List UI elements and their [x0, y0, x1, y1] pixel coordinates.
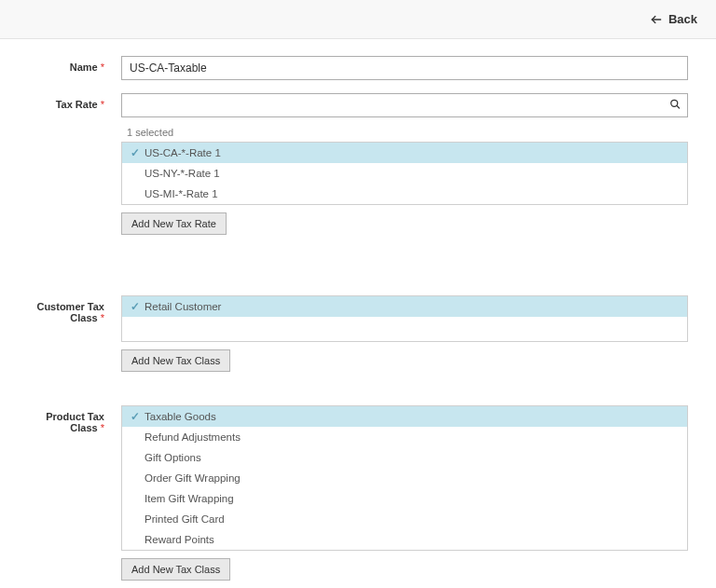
required-marker: * — [101, 62, 104, 73]
form: Name* Tax Rate* 1 selected ✓US-CA-*-Rate… — [0, 39, 716, 588]
list-item[interactable]: ✓Order Gift Wrapping — [122, 468, 687, 488]
list-item[interactable]: ✓Retail Customer — [122, 296, 687, 317]
list-item-label: Reward Points — [145, 534, 214, 545]
list-item-label: US-NY-*-Rate 1 — [145, 168, 220, 179]
list-item-label: Order Gift Wrapping — [145, 472, 241, 484]
tax-rate-search-input[interactable] — [121, 93, 688, 117]
list-item[interactable]: ✓US-MI-*-Rate 1 — [122, 184, 687, 204]
list-item-label: Refund Adjustments — [145, 431, 241, 443]
svg-line-2 — [677, 105, 680, 108]
back-button[interactable]: Back — [650, 12, 697, 26]
customer-tax-class-options: ✓Retail Customer — [121, 295, 688, 342]
list-item[interactable]: ✓Reward Points — [122, 529, 687, 550]
check-icon: ✓ — [130, 300, 141, 313]
add-customer-tax-class-button[interactable]: Add New Tax Class — [121, 349, 230, 372]
list-item-label: Item Gift Wrapping — [145, 493, 234, 504]
field-tax-rate: Tax Rate* 1 selected ✓US-CA-*-Rate 1✓US-… — [28, 93, 688, 235]
list-item-label: Printed Gift Card — [145, 513, 225, 525]
list-item[interactable]: ✓Printed Gift Card — [122, 509, 687, 529]
list-item-label: Gift Options — [145, 452, 201, 463]
list-item[interactable]: ✓Taxable Goods — [122, 406, 687, 427]
label-customer-tax-class: Customer Tax Class* — [28, 295, 121, 372]
add-product-tax-class-button[interactable]: Add New Tax Class — [121, 558, 230, 581]
label-text: Tax Rate — [56, 99, 98, 110]
name-input[interactable] — [121, 56, 688, 80]
list-item-label: US-CA-*-Rate 1 — [145, 147, 221, 158]
label-name: Name* — [28, 56, 121, 80]
product-tax-class-options: ✓Taxable Goods✓Refund Adjustments✓Gift O… — [121, 405, 688, 551]
list-item-label: US-MI-*-Rate 1 — [145, 188, 218, 199]
required-marker: * — [101, 99, 104, 110]
list-item[interactable]: ✓US-CA-*-Rate 1 — [122, 143, 687, 163]
field-name: Name* — [28, 56, 688, 80]
required-marker: * — [101, 422, 104, 433]
search-icon[interactable] — [669, 99, 681, 113]
label-text: Customer Tax Class — [36, 301, 104, 323]
field-customer-tax-class: Customer Tax Class* ✓Retail Customer Add… — [28, 295, 688, 372]
tax-rate-options: ✓US-CA-*-Rate 1✓US-NY-*-Rate 1✓US-MI-*-R… — [121, 142, 688, 205]
field-product-tax-class: Product Tax Class* ✓Taxable Goods✓Refund… — [28, 405, 688, 581]
check-icon: ✓ — [130, 410, 141, 423]
label-text: Product Tax Class — [46, 411, 104, 433]
list-item[interactable]: ✓Item Gift Wrapping — [122, 488, 687, 509]
add-tax-rate-button[interactable]: Add New Tax Rate — [121, 212, 227, 235]
arrow-left-icon — [650, 13, 663, 26]
tax-rate-search-wrap — [121, 93, 688, 117]
label-product-tax-class: Product Tax Class* — [28, 405, 121, 581]
label-tax-rate: Tax Rate* — [28, 93, 121, 235]
back-label: Back — [668, 12, 697, 26]
top-bar: Back — [0, 0, 716, 39]
list-item[interactable]: ✓Gift Options — [122, 447, 687, 468]
label-text: Name — [70, 62, 98, 73]
list-item-label: Retail Customer — [145, 301, 221, 312]
list-item[interactable]: ✓US-NY-*-Rate 1 — [122, 163, 687, 184]
list-item[interactable]: ✓Refund Adjustments — [122, 427, 687, 447]
check-icon: ✓ — [130, 146, 141, 159]
required-marker: * — [101, 312, 104, 323]
tax-rate-selected-count: 1 selected — [121, 127, 688, 138]
list-item-label: Taxable Goods — [145, 411, 216, 422]
